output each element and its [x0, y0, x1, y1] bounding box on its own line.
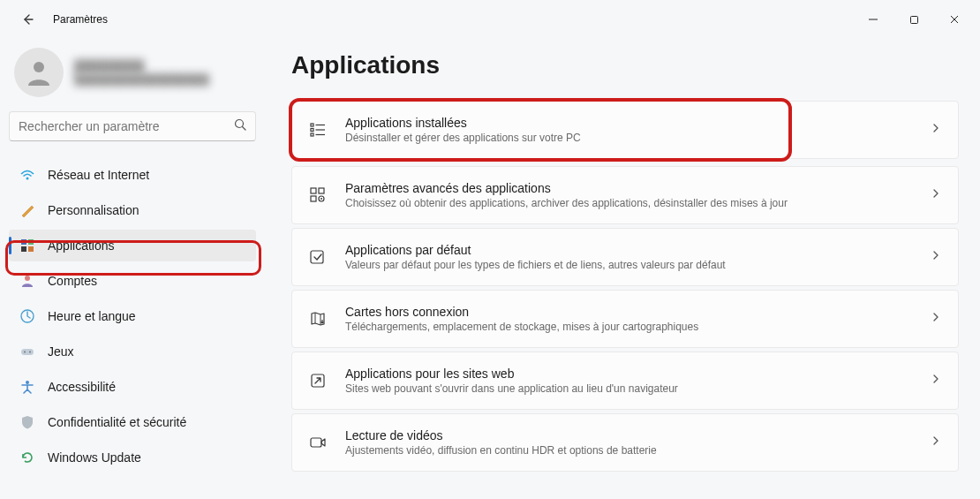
card-title: Paramètres avancés des applications: [345, 181, 788, 195]
card-offline-maps[interactable]: Cartes hors connexion Téléchargements, e…: [291, 290, 959, 348]
card-apps-for-websites[interactable]: Applications pour les sites web Sites we…: [291, 352, 959, 410]
svg-rect-26: [319, 188, 324, 193]
card-title: Lecture de vidéos: [345, 428, 657, 442]
sidebar-item-time-language[interactable]: Heure et langue: [9, 300, 256, 332]
paintbrush-icon: [19, 202, 35, 218]
close-button[interactable]: [934, 5, 975, 34]
card-title: Applications pour les sites web: [345, 367, 678, 381]
settings-card-list: Applications installées Désinstaller et …: [291, 101, 959, 472]
sidebar-item-label: Réseau et Internet: [48, 168, 149, 182]
titlebar: Paramètres: [0, 0, 980, 39]
svg-rect-11: [21, 246, 26, 252]
back-button[interactable]: [14, 5, 42, 34]
chevron-right-icon: [930, 311, 942, 327]
window-title: Paramètres: [53, 13, 108, 26]
sidebar-item-label: Comptes: [48, 274, 97, 288]
sidebar: ████████ ██████████████████ Réseau et In…: [0, 39, 265, 499]
svg-point-17: [29, 352, 31, 353]
svg-rect-20: [311, 129, 313, 132]
sidebar-item-network[interactable]: Réseau et Internet: [9, 159, 256, 191]
minimize-button[interactable]: [853, 5, 893, 34]
chevron-right-icon: [930, 122, 942, 138]
sidebar-item-privacy-security[interactable]: Confidentialité et sécurité: [9, 406, 256, 438]
card-title: Cartes hors connexion: [345, 305, 698, 319]
person-icon: [23, 57, 55, 88]
sidebar-item-label: Accessibilité: [48, 380, 116, 394]
sidebar-item-accessibility[interactable]: Accessibilité: [9, 371, 256, 403]
maximize-button[interactable]: [893, 5, 934, 34]
search-input[interactable]: [19, 119, 234, 133]
card-subtitle: Valeurs par défaut pour les types de fic…: [345, 259, 726, 271]
gamepad-icon: [19, 344, 35, 359]
chevron-right-icon: [930, 373, 942, 389]
page-title: Applications: [291, 51, 959, 79]
svg-rect-2: [910, 16, 917, 23]
svg-point-8: [26, 178, 29, 180]
chevron-right-icon: [930, 187, 942, 203]
sync-icon: [19, 450, 35, 465]
accessibility-icon: [19, 379, 35, 395]
sidebar-item-personalization[interactable]: Personnalisation: [9, 194, 256, 226]
svg-rect-9: [21, 239, 26, 245]
main-content: Applications Applications installées Dés…: [265, 39, 980, 499]
profile-section[interactable]: ████████ ██████████████████: [9, 42, 256, 110]
card-video-playback[interactable]: Lecture de vidéos Ajustements vidéo, dif…: [291, 413, 959, 472]
search-input-wrapper[interactable]: [9, 111, 256, 141]
default-apps-icon: [308, 247, 328, 267]
svg-point-13: [25, 276, 30, 281]
sidebar-item-label: Heure et langue: [48, 309, 136, 323]
sidebar-item-label: Personnalisation: [48, 203, 139, 217]
card-subtitle: Téléchargements, emplacement de stockage…: [345, 321, 698, 333]
search-icon: [234, 118, 246, 134]
svg-rect-19: [311, 124, 313, 126]
card-app-advanced-settings[interactable]: Paramètres avancés des applications Choi…: [291, 166, 959, 224]
share-icon: [308, 371, 328, 390]
svg-line-7: [243, 127, 246, 131]
sidebar-item-label: Jeux: [48, 344, 74, 359]
arrow-left-icon: [21, 12, 35, 26]
sidebar-item-label: Applications: [48, 238, 115, 253]
card-subtitle: Désinstaller et gérer des applications s…: [345, 132, 581, 144]
shield-icon: [19, 414, 35, 430]
sidebar-item-accounts[interactable]: Comptes: [9, 265, 256, 297]
avatar: [14, 48, 64, 97]
svg-rect-25: [311, 188, 316, 193]
minimize-icon: [868, 14, 878, 25]
clock-globe-icon: [19, 308, 35, 324]
card-title: Applications par défaut: [345, 243, 726, 257]
profile-name: ████████: [74, 59, 209, 73]
sidebar-item-windows-update[interactable]: Windows Update: [9, 442, 256, 473]
svg-rect-27: [311, 196, 316, 201]
card-default-apps[interactable]: Applications par défaut Valeurs par défa…: [291, 228, 959, 286]
svg-rect-30: [311, 251, 323, 263]
chevron-right-icon: [930, 435, 942, 450]
svg-rect-12: [28, 246, 34, 252]
window-controls: [853, 5, 975, 34]
maximize-icon: [909, 15, 919, 25]
sidebar-item-gaming[interactable]: Jeux: [9, 336, 256, 367]
svg-point-16: [24, 352, 26, 353]
card-subtitle: Ajustements vidéo, diffusion en continu …: [345, 444, 657, 457]
card-subtitle: Sites web pouvant s'ouvrir dans une appl…: [345, 382, 678, 395]
card-installed-apps[interactable]: Applications installées Désinstaller et …: [291, 101, 959, 159]
card-title: Applications installées: [345, 116, 581, 130]
list-icon: [308, 120, 328, 140]
sidebar-item-applications[interactable]: Applications: [9, 230, 256, 261]
person-icon: [19, 273, 35, 289]
svg-point-29: [320, 198, 322, 200]
map-icon: [308, 309, 328, 329]
apps-icon: [19, 238, 35, 253]
sidebar-item-label: Confidentialité et sécurité: [48, 415, 186, 429]
sidebar-item-label: Windows Update: [48, 450, 141, 465]
svg-point-18: [26, 381, 29, 384]
close-icon: [949, 14, 960, 25]
svg-rect-34: [311, 438, 321, 447]
profile-info: ████████ ██████████████████: [74, 59, 209, 86]
profile-email: ██████████████████: [74, 73, 209, 86]
wifi-icon: [19, 167, 35, 183]
svg-rect-15: [21, 349, 34, 355]
nav-list: Réseau et Internet Personnalisation Appl…: [9, 159, 256, 473]
chevron-right-icon: [930, 249, 942, 265]
svg-rect-21: [311, 133, 313, 136]
video-icon: [308, 433, 328, 452]
